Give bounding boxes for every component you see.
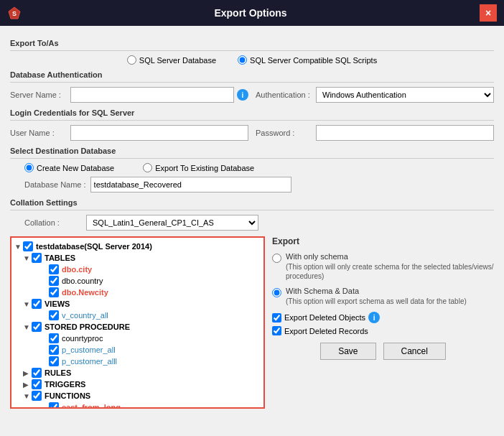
tree-toggle-views[interactable]: ▼ [23, 300, 30, 308]
tree-cb-v-country-all[interactable] [49, 310, 59, 320]
save-button[interactable]: Save [320, 343, 375, 360]
auth-select[interactable]: Windows Authentication [316, 87, 494, 103]
tree-label-views: VIEWS [45, 300, 70, 308]
tree-cb-dbo-country[interactable] [49, 276, 59, 286]
tree-cb-root[interactable] [23, 241, 33, 251]
sql-server-database-option[interactable]: SQL Server Database [127, 55, 216, 65]
tree-root[interactable]: ▼ testdatabase(SQL Server 2014) [14, 241, 261, 252]
export-deleted-objects-checkbox[interactable] [272, 313, 281, 323]
tree-cb-p-customer-all[interactable] [49, 345, 59, 355]
password-field: Password : [256, 125, 494, 141]
cancel-button[interactable]: Cancel [383, 343, 446, 360]
username-label: User Name : [10, 129, 67, 137]
export-schema-only-option[interactable]: With only schema (This option will only … [272, 252, 494, 281]
tree-item-counrtyproc[interactable]: counrtyproc [14, 333, 261, 344]
auth-field: Authentication : Windows Authentication [256, 87, 494, 103]
collation-field-label: Collation : [24, 218, 82, 227]
tree-label-east-from-long: east_from_long [62, 403, 121, 409]
export-to-divider [10, 50, 494, 51]
tree-item-stored-proc[interactable]: ▼ STORED PROCEDURE [14, 321, 261, 333]
export-existing-db-option[interactable]: Export To Existing Database [143, 163, 254, 172]
tree-item-dbo-city[interactable]: dbo.city [14, 264, 261, 275]
tree-label-counrtyproc: counrtyproc [62, 334, 103, 343]
tree-item-v-country-all[interactable]: v_country_all [14, 310, 261, 321]
tree-item-p-customer-all[interactable]: p_customer_all [14, 344, 261, 356]
tree-toggle-rules[interactable]: ▶ [23, 369, 30, 377]
tree-cb-east-from-long[interactable] [49, 402, 59, 409]
sql-scripts-label: SQL Server Compatible SQL Scripts [250, 56, 377, 65]
tree-label-v-country-all: v_country_all [62, 311, 108, 320]
login-creds-divider [10, 120, 494, 121]
collation-select[interactable]: SQL_Latin1_General_CP1_CI_AS [86, 215, 258, 231]
export-panel: Export With only schema (This option wil… [272, 236, 494, 409]
tree-label-stored-proc: STORED PROCEDURE [45, 323, 130, 331]
export-schema-data-radio[interactable] [272, 288, 281, 297]
tree-item-dbo-newcity[interactable]: dbo.Newcity [14, 287, 261, 298]
tree-cb-counrtyproc[interactable] [49, 333, 59, 343]
username-input[interactable] [70, 125, 248, 141]
tree-item-views[interactable]: ▼ VIEWS [14, 298, 261, 310]
select-dest-divider [10, 158, 494, 159]
button-row: Save Cancel [272, 343, 494, 360]
tree-panel[interactable]: ▼ testdatabase(SQL Server 2014) ▼ TABLES… [10, 236, 265, 409]
tree-cb-views[interactable] [32, 299, 42, 309]
tree-label-tables: TABLES [45, 254, 75, 262]
app-logo-icon: S [7, 6, 22, 20]
export-schema-only-desc: (This option will only create schema for… [286, 262, 494, 281]
tree-item-east-from-long[interactable]: east_from_long [14, 402, 261, 409]
export-schema-data-desc: (This option will export schema as well … [286, 297, 467, 306]
export-deleted-records-row: Export Deleted Records [272, 326, 494, 335]
close-button[interactable]: × [480, 4, 497, 22]
auth-label: Authentication : [256, 91, 313, 99]
db-name-input[interactable] [90, 177, 291, 193]
tree-cb-p-customer-alll[interactable] [49, 356, 59, 366]
create-new-db-radio[interactable] [24, 163, 34, 172]
tree-label-rules: RULES [45, 368, 71, 377]
export-schema-data-text: With Schema & Data (This option will exp… [286, 287, 467, 306]
sql-scripts-radio[interactable] [238, 55, 247, 65]
tree-toggle-tables[interactable]: ▼ [23, 254, 30, 262]
tree-item-rules[interactable]: ▶ RULES [14, 367, 261, 379]
sql-server-database-radio[interactable] [127, 55, 136, 65]
export-schema-data-option[interactable]: With Schema & Data (This option will exp… [272, 287, 494, 306]
tree-toggle-root[interactable]: ▼ [14, 243, 22, 251]
tree-item-triggers[interactable]: ▶ TRIGGERS [14, 379, 261, 390]
export-deleted-objects-info-icon[interactable]: i [368, 312, 380, 323]
export-schema-only-radio[interactable] [272, 254, 281, 263]
password-label: Password : [256, 129, 313, 137]
tree-cb-dbo-newcity[interactable] [49, 287, 59, 297]
create-new-db-option[interactable]: Create New Database [24, 163, 114, 172]
export-existing-db-radio[interactable] [143, 163, 152, 172]
tree-item-tables[interactable]: ▼ TABLES [14, 252, 261, 264]
export-deleted-records-checkbox[interactable] [272, 326, 281, 335]
export-to-options: SQL Server Database SQL Server Compatibl… [10, 55, 494, 65]
tree-cb-rules[interactable] [32, 368, 42, 378]
export-to-label: Export To/As [10, 39, 494, 47]
db-name-row: Database Name : [24, 177, 494, 193]
export-schema-data-label: With Schema & Data [286, 287, 467, 295]
tree-label-dbo-country: dbo.country [62, 277, 103, 285]
tree-cb-triggers[interactable] [32, 379, 42, 389]
export-schema-only-label: With only schema [286, 252, 494, 261]
tree-label-p-customer-alll: p_customer_alll [62, 357, 117, 366]
tree-toggle-triggers[interactable]: ▶ [23, 381, 30, 389]
tree-item-p-customer-alll[interactable]: p_customer_alll [14, 356, 261, 367]
tree-label-dbo-newcity: dbo.Newcity [62, 288, 108, 297]
tree-toggle-stored-proc[interactable]: ▼ [23, 323, 30, 331]
export-section-title: Export [272, 236, 494, 246]
export-deleted-objects-label: Export Deleted Objects [284, 313, 365, 322]
tree-item-dbo-country[interactable]: dbo.country [14, 275, 261, 287]
server-name-input[interactable] [70, 87, 234, 103]
tree-cb-tables[interactable] [32, 253, 42, 263]
tree-cb-dbo-city[interactable] [49, 264, 59, 274]
tree-toggle-functions[interactable]: ▼ [23, 392, 30, 400]
tree-cb-stored-proc[interactable] [32, 322, 42, 332]
sql-server-database-label: SQL Server Database [139, 56, 216, 65]
password-input[interactable] [316, 125, 494, 141]
tree-cb-functions[interactable] [32, 391, 42, 401]
sql-scripts-option[interactable]: SQL Server Compatible SQL Scripts [238, 55, 377, 65]
info-icon[interactable]: i [237, 89, 248, 101]
select-dest-label: Select Destination Database [10, 147, 494, 155]
collation-row: Collation : SQL_Latin1_General_CP1_CI_AS [24, 215, 494, 231]
tree-item-functions[interactable]: ▼ FUNCTIONS [14, 390, 261, 402]
